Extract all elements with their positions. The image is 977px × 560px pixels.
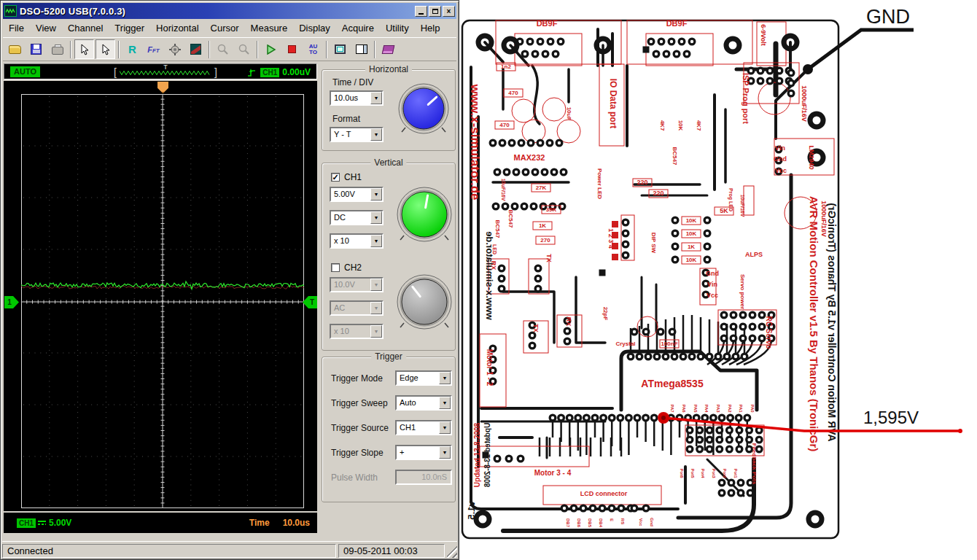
horizontal-panel: Horizontal Time / DIV 10.0us ▼ Format Y …	[322, 69, 456, 151]
ch1-badge: CH1	[17, 518, 36, 528]
pcb-image: DB9FDB9FIO Data portISP Prog port6-9Volt…	[459, 0, 977, 560]
menu-help[interactable]: Help	[415, 21, 446, 35]
pointer-icon[interactable]	[74, 39, 94, 59]
pcb-silkscreen-label: AVR Motion Controller v1.5 By Thanos (Tr…	[808, 196, 820, 452]
minimize-button[interactable]	[415, 6, 427, 17]
menu-utility[interactable]: Utility	[380, 21, 415, 35]
maximize-button[interactable]	[429, 6, 441, 17]
settings-gear-icon[interactable]	[165, 39, 184, 59]
trigger-sweep-select[interactable]: Auto▼	[395, 395, 452, 411]
ch1-checkbox[interactable]: ✓	[331, 173, 340, 182]
pcb-silkscreen-label: RX	[490, 261, 497, 271]
pcb-silkscreen-label: PA3	[716, 404, 720, 413]
ch1-position-knob[interactable]	[397, 187, 452, 245]
ch1-probe-select[interactable]: x 10 ▼	[330, 233, 384, 249]
chevron-down-icon[interactable]: ▼	[439, 421, 451, 434]
toolbar-separator	[374, 41, 375, 58]
autoset-icon[interactable]: AUTO	[303, 39, 323, 59]
pcb-silkscreen-label: 10uF/16V	[740, 195, 745, 217]
menu-acquire[interactable]: Acquire	[336, 21, 380, 35]
voltage-annotation: 1,595V	[863, 408, 919, 427]
pcb-silkscreen-label: BC547	[672, 147, 678, 166]
stop-acquisition-icon[interactable]	[282, 39, 302, 59]
menu-measure[interactable]: Measure	[245, 21, 294, 35]
horizontal-knob[interactable]	[398, 83, 449, 137]
open-file-icon[interactable]	[5, 39, 25, 59]
pcb-silkscreen-label: 10uF/16V	[501, 179, 506, 201]
oscilloscope-window: DSO-5200 USB(7.0.0.3) × FileViewChannelT…	[0, 0, 459, 560]
save-icon[interactable]	[26, 39, 46, 59]
ch2-position-knob[interactable]	[397, 274, 452, 332]
pcb-silkscreen-label: 100nF	[661, 341, 677, 347]
menu-horizontal[interactable]: Horizontal	[150, 21, 205, 35]
help-book-icon[interactable]	[378, 39, 398, 59]
preview-waveform	[120, 65, 211, 79]
pcb-silkscreen-label: 10uF	[566, 107, 572, 121]
refresh-r-icon[interactable]: R	[122, 39, 142, 59]
trigger-position-marker[interactable]	[157, 82, 168, 93]
chevron-down-icon[interactable]: ▼	[439, 397, 451, 409]
chevron-down-icon[interactable]: ▼	[370, 235, 382, 247]
menu-view[interactable]: View	[30, 21, 62, 35]
waveform-preview[interactable]: T [ ]	[114, 65, 217, 79]
trigger-level-marker[interactable]: T	[303, 296, 317, 308]
menu-trigger[interactable]: Trigger	[109, 21, 150, 35]
close-button[interactable]: ×	[443, 6, 455, 17]
pcb-silkscreen-label: DB9F	[537, 19, 558, 28]
chevron-down-icon[interactable]: ▼	[370, 128, 382, 141]
ch1-volt-select[interactable]: 5.00V ▼	[330, 187, 384, 202]
display-color-icon[interactable]	[186, 39, 206, 59]
ch2-checkbox[interactable]	[331, 263, 340, 272]
chevron-down-icon[interactable]: ▼	[370, 92, 382, 104]
pcb-silkscreen-label: Pot4	[701, 468, 705, 478]
chevron-down-icon[interactable]: ▼	[439, 446, 451, 459]
pcb-silkscreen-label: 22pF	[602, 307, 609, 321]
start-acquisition-icon[interactable]	[261, 39, 281, 59]
pcb-silkscreen-label: PA7	[670, 404, 674, 413]
chevron-down-icon[interactable]: ▼	[370, 211, 382, 224]
menu-channel[interactable]: Channel	[62, 21, 109, 35]
pcb-silkscreen-label: 220	[653, 190, 663, 197]
ch1-position-marker[interactable]: 1	[4, 296, 19, 308]
fft-icon[interactable]: FFT	[144, 39, 163, 59]
toolbar-separator	[118, 41, 120, 58]
panel-layout-icon[interactable]	[351, 39, 371, 59]
menu-file[interactable]: File	[3, 21, 30, 35]
chevron-down-icon[interactable]: ▼	[370, 188, 382, 201]
print-icon[interactable]	[47, 39, 67, 59]
pcb-silkscreen-label: DB7	[566, 518, 570, 528]
pcb-silkscreen-label: 10K	[686, 257, 697, 263]
pcb-silkscreen-label: DB5	[588, 518, 592, 528]
pcb-silkscreen-label: TX	[532, 324, 540, 332]
fullscreen-icon[interactable]	[330, 39, 350, 59]
trigger-slope-select[interactable]: +▼	[395, 445, 452, 460]
pointer-alt-icon[interactable]	[96, 39, 115, 59]
horizontal-panel-title: Horizontal	[365, 64, 412, 74]
pcb-silkscreen-label: ALPS	[745, 251, 763, 258]
trigger-row-label: Trigger Mode	[331, 373, 383, 384]
trigger-source-select[interactable]: CH1▼	[395, 420, 452, 435]
menu-display[interactable]: Display	[293, 21, 336, 35]
pcb-silkscreen-label: Gnd	[650, 518, 654, 526]
app-icon	[4, 5, 17, 17]
trigger-panel: Trigger Trigger ModeEdge▼Trigger SweepAu…	[322, 357, 456, 502]
format-select[interactable]: Y - T ▼	[330, 127, 384, 142]
ch2-volt-select: 10.0V ▼	[330, 277, 384, 292]
trigger-mode-select[interactable]: Edge▼	[395, 370, 452, 386]
resize-grip[interactable]	[447, 544, 457, 558]
pcb-silkscreen-label: 470	[508, 90, 518, 96]
chevron-down-icon[interactable]: ▼	[439, 372, 451, 384]
pcb-silkscreen-label: 10K	[686, 230, 697, 237]
scope-area: AUTO T [ ] CH1 0.00uV 1 T CH1	[4, 63, 317, 537]
ch2-label: CH2	[344, 262, 362, 273]
ch1-coupling-select[interactable]: DC ▼	[330, 210, 384, 225]
pcb-silkscreen-label: Pot6	[680, 468, 684, 478]
menu-cursor[interactable]: Cursor	[205, 21, 245, 35]
pcb-silkscreen-label: ATmega8535	[641, 378, 704, 389]
pcb-silkscreen-label: 1 2 3 4	[607, 228, 615, 249]
pcb-silkscreen-label: RX	[565, 317, 572, 327]
pcb-silkscreen-label: Motor 3 - 4	[534, 469, 572, 477]
gnd-annotation: GND	[866, 6, 910, 28]
time-div-select[interactable]: 10.0us ▼	[330, 90, 384, 106]
pcb-silkscreen-label: Vcc	[639, 518, 643, 526]
